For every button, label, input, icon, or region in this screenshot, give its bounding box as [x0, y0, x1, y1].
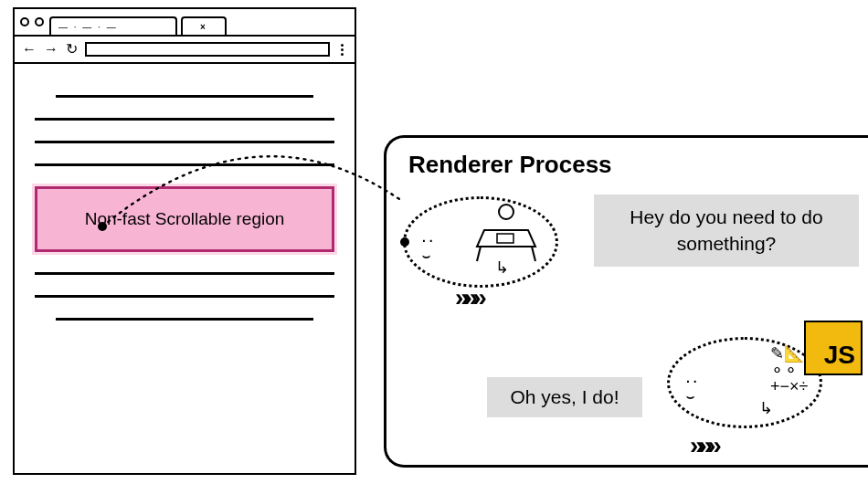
bubble-text: Oh yes, I do!: [510, 386, 619, 407]
js-label: JS: [824, 341, 855, 370]
non-fast-scrollable-region: Non-fast Scrollable region: [35, 186, 334, 252]
back-icon[interactable]: ←: [22, 42, 37, 57]
event-entry-dot-icon: [400, 237, 409, 247]
url-bar[interactable]: [85, 42, 330, 57]
browser-tabbar: — · — · — ×: [15, 9, 355, 37]
content-line: [56, 318, 313, 321]
renderer-process-box: Renderer Process · ·⌣ ↳ »»» Hey do you n…: [384, 135, 868, 468]
content-line: [35, 118, 334, 121]
bubble-text: Hey do you need to do something?: [630, 206, 822, 254]
svg-line-2: [477, 247, 481, 261]
content-line: [56, 95, 313, 98]
content-line: [35, 272, 334, 275]
reload-icon[interactable]: ↻: [66, 42, 78, 57]
content-line: [35, 295, 334, 298]
motion-chevrons-icon: »»»: [690, 431, 716, 460]
js-badge: JS: [804, 321, 863, 375]
speech-bubble: Hey do you need to do something?: [594, 195, 859, 267]
forward-icon[interactable]: →: [44, 42, 58, 57]
compositor-thread-icon: · ·⌣ ↳ »»»: [403, 196, 558, 288]
content-line: [35, 163, 334, 166]
face-icon: · ·⌣: [686, 374, 697, 405]
renderer-title: Renderer Process: [408, 151, 859, 179]
browser-tab-active[interactable]: — · — · —: [49, 16, 177, 35]
speech-bubble: Oh yes, I do!: [487, 377, 642, 417]
window-control-icon: [20, 17, 29, 26]
kebab-menu-icon[interactable]: [337, 44, 347, 56]
svg-point-0: [499, 205, 513, 219]
tab-label: — · — · —: [58, 22, 118, 32]
svg-line-3: [532, 247, 535, 261]
close-icon: ×: [200, 22, 207, 32]
browser-tab-close[interactable]: ×: [181, 16, 227, 35]
main-thread-icon: · ·⌣ ↳ »»» ✎📐 ⚬⚬ +−×÷: [667, 337, 822, 428]
page-viewport: Non-fast Scrollable region: [15, 64, 355, 352]
browser-window: — · — · — × ← → ↻ Non-fast Scrollable re…: [13, 7, 356, 475]
browser-toolbar: ← → ↻: [15, 37, 355, 64]
desk-icon: [475, 214, 541, 265]
window-control-icon: [35, 17, 44, 26]
motion-chevrons-icon: »»»: [455, 283, 482, 312]
region-label: Non-fast Scrollable region: [85, 209, 285, 228]
face-icon: · ·⌣: [422, 234, 433, 264]
content-line: [35, 141, 334, 143]
